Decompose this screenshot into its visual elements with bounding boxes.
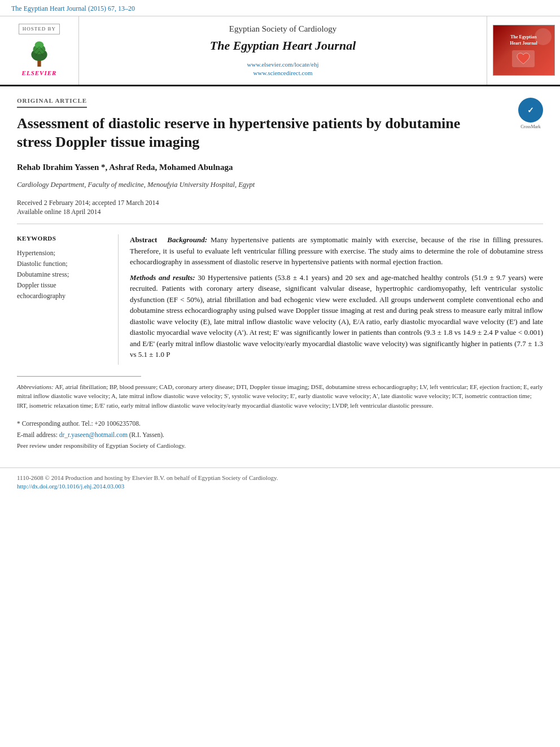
journal-cover-area: The Egyptian Heart Journal xyxy=(487,16,560,85)
elsevier-logo: ELSEVIER xyxy=(22,69,57,77)
abstract-background: Abstract Background: Many hypertensive p… xyxy=(130,234,543,268)
copyright-text: 1110-2608 © 2014 Production and hosting … xyxy=(17,474,543,482)
abbreviations-section: Abbreviations: AF, atrial fibrillation; … xyxy=(17,382,543,410)
keywords-title: KEYWORDS xyxy=(17,234,107,243)
email-section: E-mail address: dr_r.yaseen@hotmail.com … xyxy=(17,430,543,439)
article-body: ORIGINAL ARTICLE ✓ CrossMark Assessment … xyxy=(0,86,560,468)
methods-label: Methods and results: xyxy=(130,273,195,282)
received-date: Received 2 February 2014; accepted 17 Ma… xyxy=(17,198,543,208)
journal-cover-image: The Egyptian Heart Journal xyxy=(493,25,555,76)
abstract-column: Abstract Background: Many hypertensive p… xyxy=(119,234,543,365)
content-row: KEYWORDS Hypertension; Diastolic functio… xyxy=(17,234,543,365)
crossmark-label: CrossMark xyxy=(518,124,543,130)
abstract-methods: Methods and results: 30 Hypertensive pat… xyxy=(130,272,543,360)
corresponding-section: * Corresponding author. Tel.: +20 100623… xyxy=(17,419,543,428)
article-type: ORIGINAL ARTICLE xyxy=(17,97,87,108)
sciencedirect-url[interactable]: www.sciencedirect.com xyxy=(247,69,319,77)
article-title: Assessment of diastolic reserve in hyper… xyxy=(17,115,480,151)
keyword-2: Diastolic function; xyxy=(17,259,107,269)
methods-text: 30 Hypertensive patients (53.8 ± 4.1 yea… xyxy=(130,273,543,359)
keyword-4: Doppler tissue xyxy=(17,280,107,291)
society-name: Egyptian Society of Cardiology xyxy=(229,23,336,35)
keywords-column: KEYWORDS Hypertension; Diastolic functio… xyxy=(17,234,119,365)
background-label: Background: xyxy=(167,235,207,244)
keyword-3: Dobutamine stress; xyxy=(17,269,107,280)
journal-urls: www.elsevier.com/locate/ehj www.scienced… xyxy=(247,60,319,78)
citation-link[interactable]: The Egyptian Heart Journal (2015) 67, 13… xyxy=(11,5,135,12)
peer-review-note: Peer review under responsibility of Egyp… xyxy=(17,442,543,450)
journal-header: HOSTED BY ELSEVIER Egyptian Society of C… xyxy=(0,16,560,86)
affiliation: Cardiology Department, Faculty of medici… xyxy=(17,180,543,190)
authors-line: Rehab Ibrahim Yassen *, Ashraf Reda, Moh… xyxy=(17,161,543,173)
svg-rect-0 xyxy=(37,60,41,67)
keywords-list: Hypertension; Diastolic function; Dobuta… xyxy=(17,248,107,302)
svg-text:✓: ✓ xyxy=(527,106,534,115)
corresponding-label: * Corresponding author. xyxy=(17,420,80,427)
hosted-by-label: HOSTED BY xyxy=(19,24,60,34)
elsevier-branding: HOSTED BY ELSEVIER xyxy=(0,16,79,85)
journal-title-area: Egyptian Society of Cardiology The Egypt… xyxy=(79,16,487,85)
crossmark-badge[interactable]: ✓ xyxy=(518,98,543,123)
keyword-1: Hypertension; xyxy=(17,248,107,259)
abstract-text: Abstract Background: Many hypertensive p… xyxy=(130,234,543,360)
abbreviations-label: Abbreviations: xyxy=(17,383,54,390)
abstract-label: Abstract xyxy=(130,235,157,244)
elsevier-url[interactable]: www.elsevier.com/locate/ehj xyxy=(247,60,319,69)
email-label: E-mail address: xyxy=(17,431,58,438)
tree-icon xyxy=(24,38,55,69)
bottom-bar: 1110-2608 © 2014 Production and hosting … xyxy=(0,468,560,497)
footnote-separator xyxy=(17,376,141,377)
journal-title: The Egyptian Heart Journal xyxy=(210,37,356,55)
telephone: Tel.: +20 1006235708. xyxy=(81,420,141,427)
abbreviations-text: AF, atrial fibrillation; BP, blood press… xyxy=(17,383,542,409)
dates-section: Received 2 February 2014; accepted 17 Ma… xyxy=(17,198,543,225)
citation-bar: The Egyptian Heart Journal (2015) 67, 13… xyxy=(0,0,560,16)
keyword-5: echocardiography xyxy=(17,291,107,302)
email-link[interactable]: dr_r.yaseen@hotmail.com xyxy=(59,431,128,438)
authors-text: Rehab Ibrahim Yassen *, Ashraf Reda, Moh… xyxy=(17,163,233,172)
crossmark-area[interactable]: ✓ CrossMark xyxy=(518,98,543,130)
svg-point-3 xyxy=(35,41,44,49)
doi-link[interactable]: http://dx.doi.org/10.1016/j.ehj.2014.03.… xyxy=(17,483,124,490)
email-name: (R.I. Yassen). xyxy=(129,431,164,438)
available-date: Available online 18 April 2014 xyxy=(17,207,543,217)
